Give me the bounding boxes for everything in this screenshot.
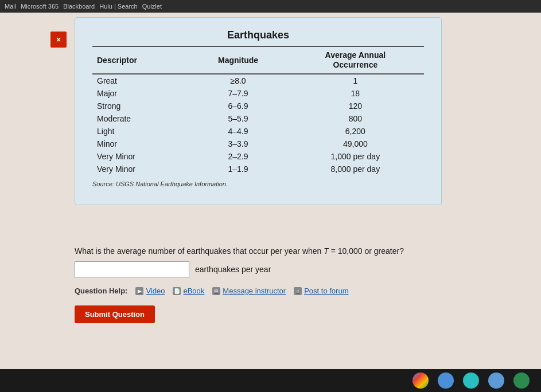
help-link-message[interactable]: ✉ Message instructor [212, 287, 286, 295]
table-row: Very Minor1–1.98,000 per day [92, 163, 424, 177]
question-text: What is the average number of earthquake… [75, 246, 511, 256]
taskbar-item-hulu[interactable]: Hulu | Search [99, 3, 137, 10]
message-icon: ✉ [212, 287, 220, 295]
play-icon[interactable] [513, 373, 530, 389]
cell-magnitude: 5–5.9 [189, 112, 286, 125]
cell-occurrence: 18 [287, 87, 424, 100]
question-area: What is the average number of earthquake… [75, 246, 511, 323]
submit-button[interactable]: Submit Question [75, 305, 155, 323]
cell-occurrence: 120 [287, 100, 424, 112]
content-card: Earthquakes Descriptor Magnitude Average… [75, 17, 442, 205]
apps-icon[interactable] [463, 373, 479, 389]
cell-occurrence: 1 [287, 74, 424, 87]
cell-occurrence: 49,000 [287, 138, 424, 150]
cell-descriptor: Strong [92, 100, 189, 112]
table-row: Light4–4.96,200 [92, 125, 424, 138]
table-row: Very Minor2–2.91,000 per day [92, 150, 424, 163]
col-header-descriptor: Descriptor [92, 46, 189, 74]
cloud-icon[interactable] [488, 373, 504, 389]
cell-descriptor: Great [92, 74, 189, 87]
taskbar-item-mail[interactable]: Mail [5, 3, 16, 10]
taskbar-item-m365[interactable]: Microsoft 365 [21, 3, 59, 10]
col-header-occurrence-line1: Average Annual [325, 50, 386, 60]
close-button[interactable]: × [50, 32, 67, 48]
cell-descriptor: Very Minor [92, 163, 189, 177]
cell-descriptor: Very Minor [92, 150, 189, 163]
cell-descriptor: Moderate [92, 112, 189, 125]
col-header-magnitude: Magnitude [189, 46, 286, 74]
cell-magnitude: 3–3.9 [189, 138, 286, 150]
help-link-video[interactable]: ▶ Video [135, 287, 165, 295]
video-icon: ▶ [135, 287, 143, 295]
taskbar-item-quizlet[interactable]: Quizlet [142, 3, 162, 10]
help-link-ebook[interactable]: 📄 eBook [173, 287, 204, 295]
earthquakes-table: Descriptor Magnitude Average Annual Occu… [92, 46, 424, 177]
chrome-icon[interactable] [412, 373, 429, 389]
help-link-post[interactable]: ○ Post to forum [294, 287, 348, 295]
post-icon: ○ [294, 287, 302, 295]
cell-occurrence: 6,200 [287, 125, 424, 138]
cell-descriptor: Light [92, 125, 189, 138]
table-row: Major7–7.918 [92, 87, 424, 100]
table-row: Strong6–6.9120 [92, 100, 424, 112]
table-title: Earthquakes [92, 29, 424, 41]
cell-occurrence: 1,000 per day [287, 150, 424, 163]
bottom-taskbar [0, 369, 541, 392]
cell-magnitude: 1–1.9 [189, 163, 286, 177]
col-header-occurrence: Average Annual Occurrence [287, 46, 424, 74]
table-row: Moderate5–5.9800 [92, 112, 424, 125]
cell-descriptor: Minor [92, 138, 189, 150]
help-label: Question Help: [75, 287, 127, 295]
answer-input[interactable] [75, 261, 189, 277]
cell-descriptor: Major [92, 87, 189, 100]
ebook-icon: 📄 [173, 287, 181, 295]
table-row: Great≥8.01 [92, 74, 424, 87]
table-source: Source: USGS National Earthquake Informa… [92, 181, 424, 187]
answer-row: earthquakes per year [75, 261, 511, 277]
cell-magnitude: ≥8.0 [189, 74, 286, 87]
cell-occurrence: 800 [287, 112, 424, 125]
cell-magnitude: 4–4.9 [189, 125, 286, 138]
table-row: Minor3–3.949,000 [92, 138, 424, 150]
cell-magnitude: 6–6.9 [189, 100, 286, 112]
taskbar: Mail Microsoft 365 Blackboard Hulu | Sea… [0, 0, 541, 13]
cell-magnitude: 7–7.9 [189, 87, 286, 100]
taskbar-item-blackboard[interactable]: Blackboard [63, 3, 95, 10]
help-row: Question Help: ▶ Video 📄 eBook ✉ Message… [75, 287, 511, 295]
files-icon[interactable] [438, 373, 454, 389]
answer-label: earthquakes per year [195, 265, 271, 274]
col-header-occurrence-line2: Occurrence [333, 60, 377, 70]
cell-occurrence: 8,000 per day [287, 163, 424, 177]
cell-magnitude: 2–2.9 [189, 150, 286, 163]
